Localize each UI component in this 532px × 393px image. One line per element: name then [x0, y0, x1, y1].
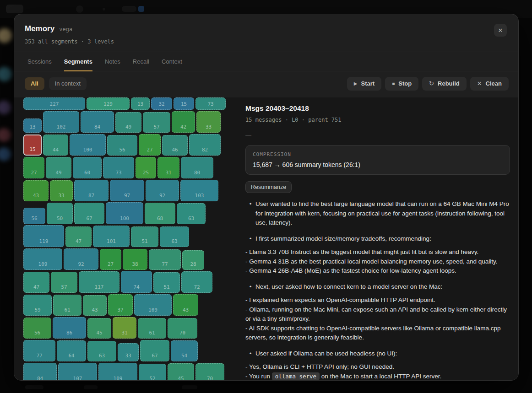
segment-cell[interactable]: 117 — [79, 271, 119, 293]
segment-cell[interactable]: 28 — [182, 250, 204, 270]
segment-cell[interactable]: 80 — [181, 157, 213, 178]
segment-cell[interactable]: 61 — [138, 318, 166, 339]
segment-cell[interactable]: 109 — [23, 248, 62, 270]
stop-button[interactable]: ■Stop — [385, 77, 418, 91]
segment-cell[interactable]: 43 — [173, 294, 198, 316]
segment-cell[interactable]: 70 — [195, 363, 224, 381]
segment-cell[interactable]: 45 — [168, 363, 194, 381]
segment-cell[interactable]: 27 — [23, 157, 44, 178]
segment-cell[interactable]: 56 — [107, 135, 137, 156]
segment-cell[interactable]: 87 — [74, 180, 109, 201]
clean-button[interactable]: ✕Clean — [470, 77, 509, 91]
segment-cell[interactable]: 74 — [121, 271, 152, 293]
segment-cell[interactable]: 100 — [70, 134, 106, 156]
segment-cell[interactable]: 68 — [145, 203, 175, 224]
segment-cell[interactable]: 109 — [134, 294, 172, 316]
segment-cell-value: 47 — [66, 238, 91, 244]
segment-cell[interactable]: 227 — [23, 97, 85, 110]
segment-cell[interactable]: 31 — [113, 317, 136, 339]
segment-cell[interactable]: 92 — [146, 180, 179, 201]
segment-cell[interactable]: 59 — [23, 295, 52, 316]
segment-cell[interactable]: 61 — [53, 295, 81, 316]
segment-cell[interactable]: 119 — [23, 225, 64, 247]
segment-cell[interactable]: 13 — [131, 97, 150, 110]
segment-cell[interactable]: 100 — [106, 202, 143, 224]
segment-cell[interactable]: 27 — [100, 249, 121, 270]
segment-cell-value: 52 — [139, 376, 166, 381]
close-button[interactable]: ✕ — [494, 24, 507, 37]
segment-cell[interactable]: 60 — [73, 157, 102, 178]
segment-cell[interactable]: 107 — [58, 363, 97, 381]
segment-cell[interactable]: 67 — [140, 340, 169, 361]
tab-sessions[interactable]: Sessions — [27, 52, 52, 71]
tab-segments[interactable]: Segments — [64, 52, 92, 71]
segment-cell[interactable]: 33 — [196, 111, 221, 133]
background-label — [122, 6, 136, 12]
segment-cell[interactable]: 56 — [23, 208, 45, 224]
segment-cell[interactable]: 27 — [139, 134, 161, 156]
segment-cell[interactable]: 63 — [160, 226, 189, 247]
segment-cell[interactable]: 92 — [64, 248, 98, 270]
segment-cell[interactable]: 84 — [23, 363, 57, 381]
segment-cell[interactable]: 13 — [23, 118, 42, 133]
segment-cell[interactable]: 43 — [23, 180, 49, 201]
background-badge — [138, 6, 144, 12]
segment-cell[interactable]: 73 — [195, 97, 226, 110]
segment-cell[interactable]: 86 — [53, 317, 86, 339]
segment-cell[interactable]: 32 — [151, 97, 172, 110]
segment-cell[interactable]: 25 — [136, 157, 156, 178]
segment-cell[interactable]: 33 — [50, 180, 73, 201]
segment-cell[interactable]: 54 — [171, 340, 198, 361]
segment-cell[interactable]: 33 — [118, 343, 139, 361]
segment-cell[interactable]: 51 — [131, 226, 158, 247]
segment-cell[interactable]: 63 — [177, 203, 206, 224]
resummarize-button[interactable]: Resummarize — [245, 181, 292, 193]
segment-cell[interactable]: 129 — [87, 97, 130, 110]
modal-content: 2271291332157313102844957423315441005627… — [14, 97, 519, 381]
tab-recall[interactable]: Recall — [133, 52, 149, 71]
segment-cell[interactable]: 72 — [181, 271, 212, 293]
segment-cell[interactable]: 77 — [149, 249, 181, 270]
segment-cell[interactable]: 77 — [23, 340, 55, 361]
segment-cell[interactable]: 47 — [23, 272, 49, 293]
segment-cell[interactable]: 70 — [168, 318, 197, 339]
segment-cell[interactable]: 45 — [87, 318, 111, 339]
segment-cell[interactable]: 67 — [74, 203, 104, 224]
segment-cell[interactable]: 64 — [57, 340, 86, 361]
segment-cell[interactable]: 43 — [83, 295, 107, 316]
segment-cell[interactable]: 97 — [110, 180, 144, 201]
segment-cell[interactable]: 109 — [98, 363, 137, 381]
segment-cell[interactable]: 102 — [43, 111, 79, 133]
segment-cell[interactable]: 52 — [139, 364, 166, 381]
segment-cell[interactable]: 51 — [153, 272, 180, 293]
segments-heatmap: 2271291332157313102844957423315441005627… — [23, 97, 234, 381]
segment-cell[interactable]: 44 — [43, 135, 68, 156]
segment-cell[interactable]: 101 — [93, 226, 130, 247]
segment-cell[interactable]: 46 — [162, 135, 188, 156]
segment-cell[interactable]: 56 — [23, 318, 51, 339]
segment-cell[interactable]: 84 — [81, 111, 114, 133]
segment-cell[interactable]: 49 — [115, 112, 141, 133]
segment-cell[interactable]: 47 — [65, 226, 92, 247]
start-button[interactable]: ▶Start — [347, 77, 381, 91]
segment-cell[interactable]: 82 — [189, 134, 221, 156]
segment-cell[interactable]: 37 — [108, 294, 133, 316]
segment-cell[interactable]: 15 — [174, 97, 194, 110]
segment-cell[interactable]: 31 — [157, 157, 179, 178]
segment-cell-selected[interactable]: 15 — [23, 135, 42, 156]
rebuild-button[interactable]: ↻Rebuild — [422, 77, 467, 91]
segment-cell[interactable]: 63 — [87, 341, 116, 361]
segment-cell[interactable]: 38 — [123, 249, 147, 270]
segment-cell[interactable]: 73 — [103, 157, 134, 178]
summary-bullet-text: User asked if Ollama can be used headles… — [255, 349, 397, 359]
segment-cell[interactable]: 49 — [46, 157, 71, 178]
filter-in-context-button[interactable]: In context — [49, 77, 87, 90]
segment-cell[interactable]: 57 — [51, 272, 77, 293]
tab-notes[interactable]: Notes — [105, 52, 120, 71]
segment-cell[interactable]: 57 — [143, 112, 170, 133]
segment-cell[interactable]: 103 — [180, 180, 218, 201]
segment-cell[interactable]: 50 — [47, 203, 73, 224]
tab-context[interactable]: Context — [162, 52, 182, 71]
segment-cell[interactable]: 42 — [172, 111, 195, 133]
filter-all-button[interactable]: All — [25, 77, 44, 90]
